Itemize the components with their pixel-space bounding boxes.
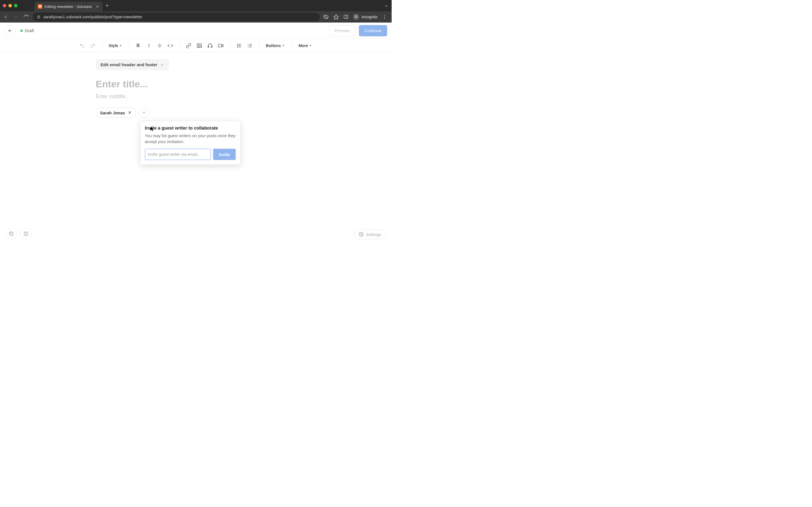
close-tab-icon[interactable]: ✕ <box>96 4 99 9</box>
star-icon[interactable] <box>333 14 339 20</box>
toolbar-divider <box>129 43 129 49</box>
incognito-label: Incognito <box>361 15 377 19</box>
address-bar[interactable]: sarahjonas1.substack.com/publish/post?ty… <box>33 13 320 21</box>
guest-email-input[interactable] <box>145 149 211 160</box>
back-button[interactable] <box>4 25 16 36</box>
toolbar-divider <box>102 43 102 49</box>
undo-icon[interactable] <box>77 41 87 51</box>
svg-rect-12 <box>197 44 202 47</box>
code-icon[interactable] <box>165 41 175 51</box>
toolbar-divider <box>230 43 230 49</box>
browser-chrome: Editing newsletter - Substack ✕ + sarahj… <box>0 0 392 22</box>
toolbar-divider <box>179 43 180 49</box>
info-icon <box>23 231 29 236</box>
svg-point-9 <box>384 18 385 19</box>
image-icon[interactable] <box>194 41 204 51</box>
svg-point-22 <box>237 45 238 46</box>
browser-tab[interactable]: Editing newsletter - Substack ✕ <box>35 2 102 11</box>
link-icon[interactable] <box>184 41 194 51</box>
invite-button[interactable]: Invite <box>213 149 236 160</box>
svg-point-7 <box>384 15 385 16</box>
strikethrough-icon[interactable] <box>154 41 165 51</box>
minimize-window-icon[interactable] <box>8 4 12 7</box>
continue-button[interactable]: Continue <box>359 25 387 36</box>
bullet-list-icon[interactable] <box>234 41 244 51</box>
nav-back-icon[interactable] <box>2 13 9 20</box>
redo-icon[interactable] <box>88 41 98 51</box>
substack-favicon-icon <box>38 4 42 9</box>
invite-guest-popover: Invite a guest writer to collaborate You… <box>140 121 241 165</box>
toolbar-divider <box>259 43 259 49</box>
url-text: sarahjonas1.substack.com/publish/post?ty… <box>43 15 142 19</box>
svg-marker-17 <box>221 44 223 47</box>
header-actions: Preview Continue <box>329 25 387 36</box>
tab-overflow-icon[interactable] <box>384 4 388 8</box>
info-button[interactable] <box>20 228 32 239</box>
author-name: Sarah Jonas <box>100 110 125 115</box>
svg-rect-16 <box>218 44 222 47</box>
svg-point-13 <box>198 45 199 46</box>
style-dropdown[interactable]: Style <box>106 41 125 51</box>
more-label: More <box>299 43 308 48</box>
svg-point-6 <box>356 17 357 18</box>
bottom-left-actions <box>6 228 32 239</box>
status-dot-icon <box>20 30 22 32</box>
svg-marker-2 <box>334 15 339 19</box>
subtitle-input[interactable]: Enter subtitle... <box>96 94 293 100</box>
svg-rect-14 <box>208 46 209 47</box>
svg-point-35 <box>361 234 362 235</box>
editor-area: Edit email header and footer Enter title… <box>0 52 392 118</box>
caret-down-icon <box>282 44 285 47</box>
status-label: Draft <box>25 28 34 33</box>
add-author-button[interactable]: + <box>139 107 149 118</box>
svg-marker-31 <box>310 45 311 46</box>
popover-input-row: Invite <box>145 149 236 160</box>
svg-point-8 <box>384 17 385 17</box>
lock-icon <box>37 15 41 19</box>
tab-bar: Editing newsletter - Substack ✕ + <box>0 0 392 11</box>
svg-point-5 <box>355 17 356 18</box>
style-label: Style <box>109 43 118 48</box>
settings-button[interactable]: Settings <box>354 229 386 239</box>
buttons-dropdown[interactable]: Buttons <box>263 41 288 51</box>
maximize-window-icon[interactable] <box>14 4 17 7</box>
address-bar-row: sarahjonas1.substack.com/publish/post?ty… <box>0 11 392 22</box>
eye-off-icon[interactable] <box>323 14 329 20</box>
kebab-menu-icon[interactable] <box>382 14 387 19</box>
bold-icon[interactable]: B <box>133 41 143 51</box>
svg-point-34 <box>26 233 26 233</box>
addr-right-icons: Incognito <box>323 14 389 20</box>
svg-rect-3 <box>344 15 348 18</box>
panel-icon[interactable] <box>343 14 349 19</box>
audio-icon[interactable] <box>205 41 215 51</box>
title-input[interactable]: Enter title... <box>96 78 293 90</box>
svg-marker-11 <box>120 45 121 46</box>
svg-point-23 <box>237 47 238 47</box>
svg-rect-0 <box>38 17 40 18</box>
svg-text:3: 3 <box>248 46 249 48</box>
caret-down-icon <box>119 44 122 47</box>
new-tab-button[interactable]: + <box>106 3 109 9</box>
arrow-left-icon <box>8 28 13 33</box>
more-dropdown[interactable]: More <box>296 41 315 51</box>
history-button[interactable] <box>6 228 17 239</box>
preview-button[interactable]: Preview <box>329 25 356 36</box>
edit-email-header-button[interactable]: Edit email header and footer <box>96 59 169 70</box>
incognito-icon <box>353 14 359 20</box>
settings-label: Settings <box>366 232 381 237</box>
video-icon[interactable] <box>216 41 226 51</box>
gear-icon <box>359 232 364 237</box>
incognito-badge[interactable]: Incognito <box>353 14 377 20</box>
draft-status: Draft <box>20 28 34 33</box>
reload-icon[interactable] <box>22 13 29 20</box>
italic-icon[interactable]: I <box>144 41 154 51</box>
author-row: Sarah Jonas ✕ + Invite a guest writer to… <box>96 107 293 118</box>
plus-icon: + <box>142 110 146 116</box>
app-header: Draft Preview Continue <box>0 22 392 39</box>
author-chip[interactable]: Sarah Jonas ✕ <box>96 108 136 118</box>
svg-marker-30 <box>283 45 284 46</box>
nav-forward-icon[interactable] <box>12 13 19 20</box>
close-window-icon[interactable] <box>3 4 6 7</box>
remove-author-icon[interactable]: ✕ <box>128 110 132 115</box>
ordered-list-icon[interactable]: 123 <box>245 41 255 51</box>
